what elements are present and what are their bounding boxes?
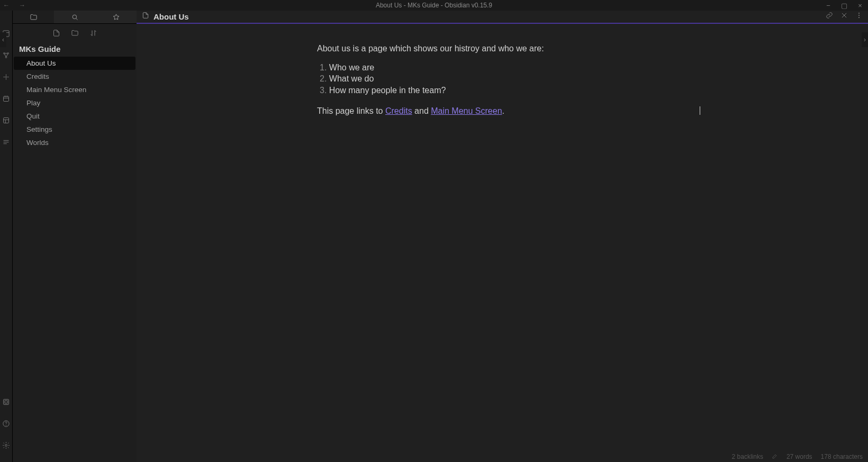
canvas-icon[interactable] [2,73,10,83]
templates-icon[interactable] [2,116,10,126]
svg-point-16 [6,425,6,425]
tab-search[interactable] [54,11,95,23]
sidebar: MKs Guide About UsCreditsMain Menu Scree… [13,11,137,462]
links-suffix-text: . [502,106,504,115]
editor-actions [826,12,863,21]
file-item[interactable]: Settings [14,123,135,136]
file-item[interactable]: Credits [14,70,135,83]
intro-paragraph[interactable]: About us is a page which shows our histr… [317,43,688,55]
backlinks-count[interactable]: 2 backlinks [732,453,763,460]
document-content[interactable]: About us is a page which shows our histr… [317,43,688,462]
settings-icon[interactable] [2,441,10,451]
svg-point-22 [858,13,859,13]
note-icon [142,12,149,21]
new-note-icon[interactable] [52,29,60,39]
file-list: About UsCreditsMain Menu ScreenPlayQuitS… [13,57,137,462]
svg-point-18 [73,15,77,19]
tab-starred[interactable] [95,11,137,23]
svg-rect-14 [5,401,7,403]
sidebar-tabs [13,11,137,24]
tab-file-explorer[interactable] [13,11,54,23]
svg-line-19 [76,18,77,20]
edit-mode-icon[interactable] [772,453,778,461]
editor-header: About Us [137,10,868,24]
titlebar: ← → About Us - MKs Guide - Obsidian v0.1… [0,0,868,11]
svg-point-17 [5,445,7,447]
ribbon [0,11,13,462]
new-folder-icon[interactable] [71,29,79,39]
sort-icon[interactable] [89,29,97,39]
forward-icon[interactable]: → [19,2,25,9]
editor-body[interactable]: About us is a page which shows our histr… [137,24,868,462]
link-view-icon[interactable] [826,12,833,21]
file-item[interactable]: Play [14,96,135,110]
minimize-button[interactable]: − [820,2,836,10]
word-count: 27 words [786,453,812,460]
svg-rect-13 [4,400,9,405]
list-item[interactable]: 1. Who we are [320,62,688,74]
maximize-button[interactable]: ▢ [836,2,852,10]
editor-pane: About Us About us is a page which shows … [137,11,868,462]
vault-name: MKs Guide [13,42,137,57]
window-controls: − ▢ × [820,2,868,10]
daily-note-icon[interactable] [2,95,10,105]
svg-rect-10 [4,118,9,123]
links-prefix-text: This page links to [317,106,385,115]
links-paragraph[interactable]: This page links to Credits and Main Menu… [317,105,688,117]
link-credits[interactable]: Credits [385,106,412,115]
link-main-menu-screen[interactable]: Main Menu Screen [431,106,502,115]
help-icon[interactable] [2,420,10,430]
back-icon[interactable]: ← [3,2,10,9]
file-item[interactable]: Main Menu Screen [14,83,135,96]
svg-point-24 [858,17,859,17]
file-item[interactable]: Quit [14,110,135,123]
graph-view-icon[interactable] [2,51,10,61]
links-mid-text: and [412,106,431,115]
close-tab-icon[interactable] [840,12,848,21]
char-count: 178 characters [821,453,863,460]
vault-icon[interactable] [2,398,10,408]
command-palette-icon[interactable] [2,138,10,148]
collapse-right-sidebar-icon[interactable]: › [862,32,868,47]
collapse-left-sidebar-icon[interactable]: ‹ [0,32,6,47]
svg-point-5 [5,76,7,78]
file-item[interactable]: About Us [14,57,135,70]
more-options-icon[interactable] [855,12,863,21]
close-window-button[interactable]: × [852,2,868,10]
svg-rect-6 [4,96,9,101]
titlebar-nav: ← → [3,2,25,9]
list-item[interactable]: 2. What we do [320,73,688,85]
svg-point-23 [858,15,859,15]
status-bar: 2 backlinks 27 words 178 characters [732,451,863,462]
sidebar-toolbar [13,24,137,42]
file-item[interactable]: Worlds [14,136,135,149]
ordered-list[interactable]: 1. Who we are2. What we do3. How many pe… [317,62,688,96]
svg-point-4 [5,57,7,58]
editor-title[interactable]: About Us [153,12,189,21]
window-title: About Us - MKs Guide - Obsidian v0.15.9 [376,2,492,9]
list-item[interactable]: 3. How many people in the team? [320,85,688,96]
